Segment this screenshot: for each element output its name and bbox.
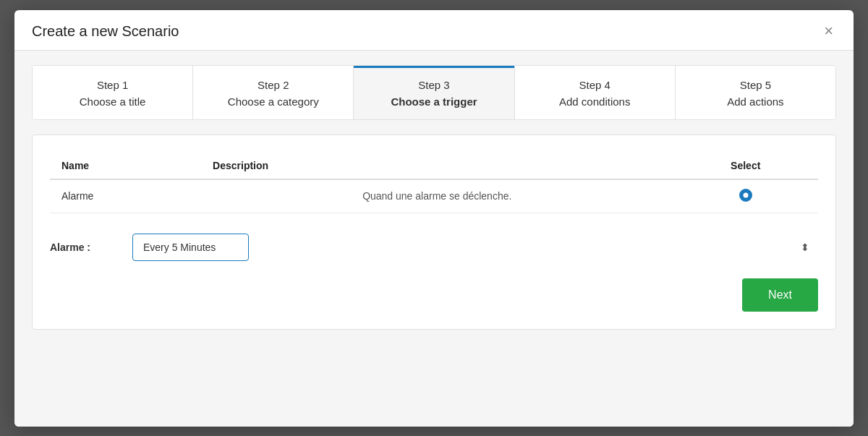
row-description: Quand une alarme se déclenche. [201, 179, 673, 213]
step-3-number: Step 3 [361, 79, 506, 91]
modal-title: Create a new Scenario [32, 23, 179, 40]
step-2[interactable]: Step 2 Choose a category [193, 66, 354, 119]
modal-header: Create a new Scenario × [14, 10, 854, 51]
modal-body: Step 1 Choose a title Step 2 Choose a ca… [14, 51, 854, 427]
step-5-number: Step 5 [683, 79, 828, 91]
step-4[interactable]: Step 4 Add conditions [515, 66, 676, 119]
step-5-label: Add actions [683, 95, 828, 108]
select-arrow-icon: ⬍ [801, 241, 809, 253]
alarme-select-wrapper: Every 5 Minutes Every 10 Minutes Every 1… [132, 234, 818, 261]
content-box: Name Description Select Alarme Quand une… [32, 134, 836, 330]
step-4-label: Add conditions [522, 95, 668, 108]
table-row: Alarme Quand une alarme se déclenche. [50, 179, 818, 213]
steps-container: Step 1 Choose a title Step 2 Choose a ca… [32, 65, 836, 120]
step-4-number: Step 4 [522, 79, 668, 91]
col-header-select: Select [673, 153, 818, 179]
alarme-row: Alarme : Every 5 Minutes Every 10 Minute… [50, 234, 818, 261]
modal: Create a new Scenario × Step 1 Choose a … [14, 10, 854, 427]
trigger-table: Name Description Select Alarme Quand une… [50, 153, 818, 213]
step-2-label: Choose a category [200, 95, 346, 108]
radio-selected[interactable] [739, 189, 752, 202]
close-button[interactable]: × [821, 23, 836, 39]
actions-row: Next [50, 278, 818, 312]
step-2-number: Step 2 [200, 79, 346, 91]
col-header-description: Description [201, 153, 673, 179]
step-3-label: Choose a trigger [361, 95, 506, 108]
alarme-select[interactable]: Every 5 Minutes Every 10 Minutes Every 1… [132, 234, 249, 261]
row-name: Alarme [50, 179, 201, 213]
step-1-number: Step 1 [40, 79, 185, 91]
alarme-label: Alarme : [50, 241, 115, 253]
col-header-name: Name [50, 153, 201, 179]
row-select[interactable] [673, 179, 818, 213]
step-3[interactable]: Step 3 Choose a trigger [354, 66, 514, 119]
step-5[interactable]: Step 5 Add actions [676, 66, 835, 119]
step-1-label: Choose a title [40, 95, 185, 108]
step-1[interactable]: Step 1 Choose a title [33, 66, 193, 119]
next-button[interactable]: Next [742, 278, 818, 312]
